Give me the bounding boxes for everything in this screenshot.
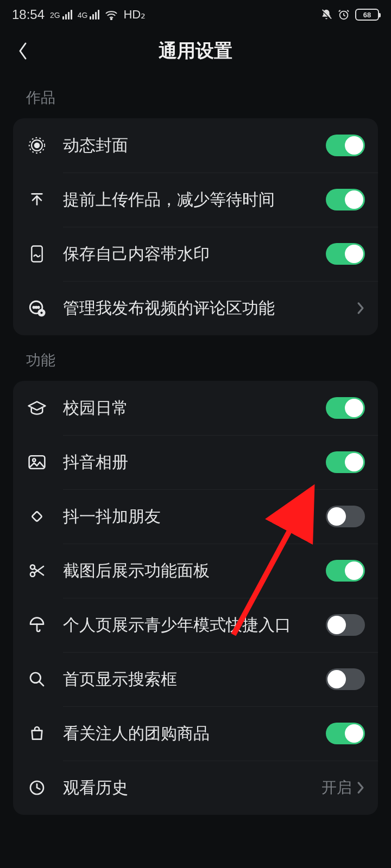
row-label: 动态封面	[63, 136, 326, 155]
section-header-works: 作品	[0, 73, 391, 118]
upload-icon	[26, 189, 48, 210]
status-time: 18:54	[12, 7, 45, 22]
toggle-shake-friends[interactable]	[326, 506, 365, 527]
shopping-bag-icon	[26, 723, 48, 744]
toggle-watermark[interactable]	[326, 243, 365, 265]
svg-rect-14	[29, 456, 45, 469]
umbrella-icon	[26, 614, 48, 636]
row-watch-history[interactable]: 观看历史 开启	[13, 761, 378, 815]
svg-point-11	[37, 307, 39, 308]
row-teen-shortcut[interactable]: 个人页展示青少年模式快捷入口	[13, 598, 378, 652]
page-title: 通用设置	[159, 39, 232, 63]
row-manage-comments[interactable]: 管理我发布视频的评论区功能	[13, 281, 378, 335]
page-header: 通用设置	[0, 29, 391, 73]
comment-settings-icon	[26, 297, 48, 319]
toggle-campus[interactable]	[326, 397, 365, 419]
row-campus[interactable]: 校园日常	[13, 381, 378, 435]
signal-2g-icon	[62, 10, 72, 20]
svg-point-9	[33, 307, 35, 308]
row-label: 提前上传作品，减少等待时间	[63, 190, 326, 209]
svg-point-0	[111, 18, 112, 20]
section-card-features: 校园日常 抖音相册 抖一抖加朋友 截图后展示功能面板 个人页展示青少年模式快捷入…	[13, 381, 378, 815]
svg-rect-7	[31, 246, 42, 261]
status-2g-label: 2G	[50, 11, 60, 20]
wifi-icon	[105, 9, 118, 20]
toggle-home-search[interactable]	[326, 668, 365, 690]
row-label: 抖音相册	[63, 452, 326, 472]
row-label: 保存自己内容带水印	[63, 244, 326, 264]
svg-point-15	[33, 458, 35, 461]
back-button[interactable]	[7, 35, 39, 67]
row-dynamic-cover[interactable]: 动态封面	[13, 118, 378, 173]
toggle-preupload[interactable]	[326, 189, 365, 210]
battery-icon: 68	[355, 9, 379, 21]
status-hd-label: HD₂	[123, 8, 146, 22]
graduation-cap-icon	[26, 397, 48, 419]
row-label: 管理我发布视频的评论区功能	[63, 298, 356, 318]
status-4g-label: 4G	[78, 11, 88, 20]
scissors-icon	[26, 560, 48, 582]
row-label: 看关注人的团购商品	[63, 724, 326, 743]
rotate-icon	[26, 506, 48, 527]
section-card-works: 动态封面 提前上传作品，减少等待时间 保存自己内容带水印 管理我发布视频的评论区…	[13, 118, 378, 335]
row-shake-friends[interactable]: 抖一抖加朋友	[13, 489, 378, 544]
row-screenshot-panel[interactable]: 截图后展示功能面板	[13, 544, 378, 598]
image-file-icon	[26, 243, 48, 265]
row-label: 观看历史	[63, 778, 321, 797]
row-watermark[interactable]: 保存自己内容带水印	[13, 227, 378, 281]
toggle-album[interactable]	[326, 451, 365, 473]
target-icon	[26, 135, 48, 156]
chevron-right-icon	[356, 301, 365, 315]
toggle-teen-shortcut[interactable]	[326, 614, 365, 636]
row-album[interactable]: 抖音相册	[13, 435, 378, 489]
toggle-screenshot-panel[interactable]	[326, 560, 365, 582]
clock-icon	[26, 777, 48, 799]
alarm-clock-icon	[338, 9, 350, 21]
bell-muted-icon	[320, 9, 332, 21]
svg-point-10	[35, 307, 37, 308]
toggle-follow-group-buy[interactable]	[326, 723, 365, 744]
search-icon	[26, 668, 48, 690]
signal-4g-icon	[90, 10, 99, 20]
toggle-dynamic-cover[interactable]	[326, 135, 365, 156]
row-preupload[interactable]: 提前上传作品，减少等待时间	[13, 173, 378, 227]
section-header-features: 功能	[0, 335, 391, 381]
svg-rect-16	[32, 512, 42, 522]
chevron-left-icon	[15, 40, 30, 62]
battery-level: 68	[363, 11, 371, 19]
row-value: 开启	[321, 777, 352, 798]
svg-point-4	[35, 143, 40, 148]
row-label: 抖一抖加朋友	[63, 507, 326, 526]
photo-icon	[26, 451, 48, 473]
chevron-right-icon	[356, 781, 365, 795]
status-bar: 18:54 2G 4G HD₂ 68	[0, 0, 391, 29]
row-label: 校园日常	[63, 398, 326, 418]
row-label: 截图后展示功能面板	[63, 561, 326, 580]
row-label: 首页显示搜索框	[63, 669, 326, 689]
row-home-search[interactable]: 首页显示搜索框	[13, 652, 378, 706]
row-label: 个人页展示青少年模式快捷入口	[63, 615, 326, 635]
row-follow-group-buy[interactable]: 看关注人的团购商品	[13, 706, 378, 761]
